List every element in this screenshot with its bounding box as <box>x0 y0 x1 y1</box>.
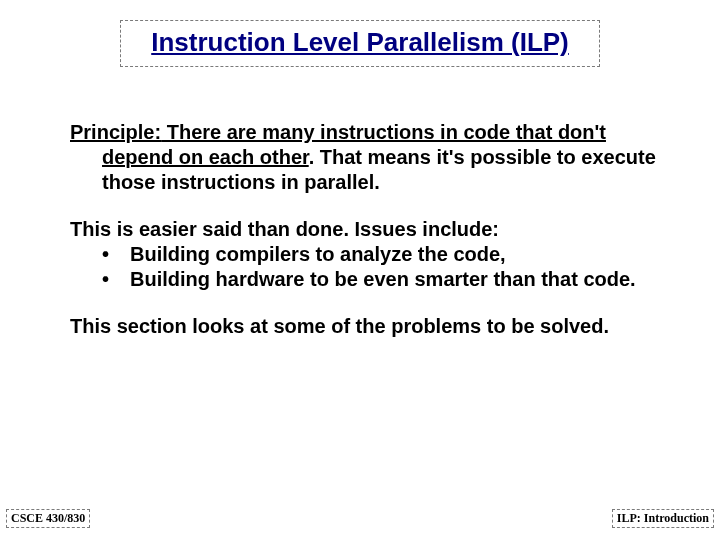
closing-paragraph: This section looks at some of the proble… <box>62 314 670 339</box>
bullet-marker: • <box>102 267 130 292</box>
issues-intro: This is easier said than done. Issues in… <box>62 217 670 242</box>
bullet-text: Building hardware to be even smarter tha… <box>130 268 636 290</box>
bullet-item: •Building compilers to analyze the code, <box>62 242 670 267</box>
principle-label: Principle: <box>70 121 161 143</box>
footer-right: ILP: Introduction <box>612 509 714 528</box>
footer-left: CSCE 430/830 <box>6 509 90 528</box>
principle-paragraph: Principle: There are many instructions i… <box>62 120 670 195</box>
slide: Instruction Level Parallelism (ILP) Prin… <box>0 0 720 540</box>
slide-body: Principle: There are many instructions i… <box>62 120 670 361</box>
slide-title: Instruction Level Parallelism (ILP) <box>151 27 569 57</box>
bullet-text: Building compilers to analyze the code, <box>130 243 506 265</box>
bullet-item: •Building hardware to be even smarter th… <box>62 267 670 292</box>
title-box: Instruction Level Parallelism (ILP) <box>120 20 600 67</box>
bullet-marker: • <box>102 242 130 267</box>
